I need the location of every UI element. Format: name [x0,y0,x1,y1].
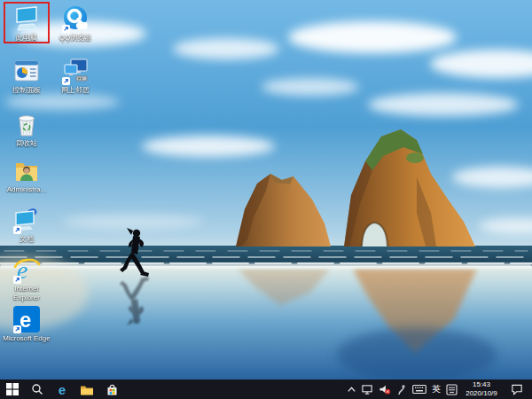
desktop-icon-internet-explorer[interactable]: e Internet Explorer [3,255,51,301]
windows-desktop: 此电脑 QQ浏览器 [0,0,532,399]
edge-icon: e [59,382,66,397]
folder-icon [80,383,94,396]
desktop-icon-control-panel[interactable]: 控制面板 [3,57,51,95]
microsoft-store-icon [106,383,119,396]
icon-label: Internet Explorer [3,285,51,301]
microsoft-edge-icon: e [12,305,41,333]
search-icon [31,383,43,395]
recycle-bin-icon [12,110,41,138]
ime-toolbar-button[interactable] [446,379,458,399]
icon-label: 控制面板 [3,86,51,95]
shortcut-arrow-icon [13,276,21,284]
keyboard-icon [412,384,426,395]
audio-jack-icon [396,384,407,395]
taskbar: e [0,379,532,399]
shortcut-arrow-icon [62,25,70,33]
internet-explorer-icon: e [12,255,41,284]
touch-keyboard-button[interactable] [412,379,426,399]
shortcut-arrow-icon [62,77,70,85]
windows-logo-icon [6,383,19,395]
taskbar-clock[interactable]: 15:43 2020/10/9 [463,380,500,398]
audio-jack-button[interactable] [396,379,407,399]
qq-browser-icon [61,4,90,33]
user-folder-icon [12,156,41,184]
icon-label: 文档 [3,235,51,244]
clock-date: 2020/10/9 [463,389,500,398]
system-tray: 英 15:43 2020/10/9 [347,379,532,399]
action-center-button[interactable] [505,379,528,399]
desktop-icon-microsoft-edge[interactable]: e Microsoft Edge [3,305,51,343]
network-tray-button[interactable] [362,379,373,399]
icon-label: QQ浏览器 [51,34,99,43]
desktop-icon-recycle-bin[interactable]: 回收站 [3,110,51,148]
speaker-muted-icon [379,384,391,395]
file-explorer-button[interactable] [74,379,99,399]
icon-label: Administra... [3,185,51,194]
desktop-icon-qq-browser[interactable]: QQ浏览器 [51,4,99,43]
taskbar-edge-button[interactable]: e [50,379,74,399]
network-icon [362,384,373,395]
shortcut-arrow-icon [13,325,21,333]
desktop-icon-network-places[interactable]: 网上邻居 [51,57,99,95]
icon-label: 回收站 [3,139,51,148]
ime-toolbar-icon [446,384,458,395]
start-button[interactable] [0,379,25,399]
volume-muted-button[interactable] [379,379,391,399]
search-button[interactable] [25,379,50,399]
action-center-icon [511,383,523,395]
chevron-up-icon [347,385,356,395]
hidden-icons-button[interactable] [347,379,356,399]
control-panel-icon [12,57,41,85]
store-button[interactable] [99,379,124,399]
ime-language-button[interactable]: 英 [432,379,441,399]
selection-box [4,2,50,43]
clock-time: 15:43 [463,380,500,389]
shortcut-arrow-icon [13,226,21,234]
documents-icon [12,206,41,234]
desktop-icon-admin-folder[interactable]: Administra... [3,156,51,194]
svg-text:e: e [20,308,31,332]
network-places-icon [61,57,90,85]
icon-label: Microsoft Edge [3,334,51,343]
icon-label: 网上邻居 [51,86,99,95]
desktop-icon-documents[interactable]: 文档 [3,206,51,244]
